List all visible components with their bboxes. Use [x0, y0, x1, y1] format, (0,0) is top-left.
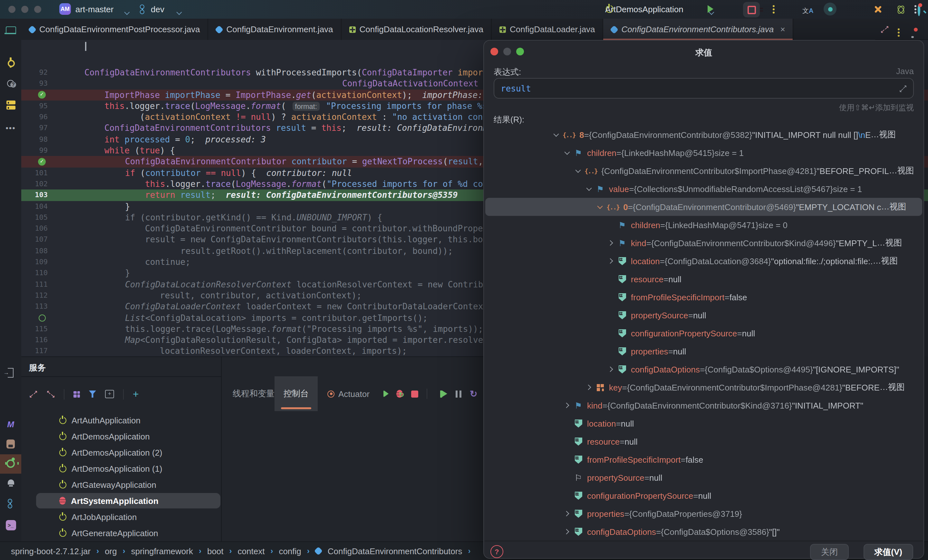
pause-icon[interactable]: [456, 390, 461, 397]
expander-closed-icon[interactable]: [608, 258, 614, 264]
pull-requests-icon[interactable]: [5, 80, 16, 87]
gutter[interactable]: 110: [21, 268, 64, 279]
terminal-icon[interactable]: >_: [5, 520, 16, 530]
structure-icon[interactable]: [5, 101, 16, 104]
maven-icon[interactable]: M: [5, 420, 16, 429]
gutter[interactable]: 102: [21, 179, 64, 190]
expander-closed-icon[interactable]: [564, 528, 570, 535]
breadcrumb-item[interactable]: springframework: [131, 546, 193, 556]
breadcrumb-item[interactable]: boot: [207, 546, 224, 556]
stop-button[interactable]: [743, 2, 760, 17]
tree-row[interactable]: {..}{ConfigDataEnvironmentContributor$Im…: [485, 162, 922, 180]
gutter[interactable]: 103: [21, 190, 64, 201]
expander-open-icon[interactable]: [564, 150, 570, 156]
window-minimize-button[interactable]: [21, 6, 28, 13]
tree-row[interactable]: resource = null: [485, 432, 922, 450]
run-config-selector[interactable]: ArtDemosApplication: [605, 5, 684, 14]
more-tool-windows-icon[interactable]: •••: [5, 124, 16, 133]
expander-closed-icon[interactable]: [586, 384, 592, 391]
gutter[interactable]: 98: [21, 134, 64, 145]
services-icon[interactable]: [5, 459, 16, 468]
settings-kebab-icon[interactable]: [914, 5, 916, 7]
tree-row[interactable]: ⚑kind = {ConfigDataEnvironmentContributo…: [485, 234, 922, 252]
stop-icon[interactable]: [411, 390, 418, 397]
breadcrumb-item[interactable]: ConfigDataEnvironmentContributors: [328, 546, 462, 556]
close-tab-icon[interactable]: ×: [780, 24, 785, 34]
gutter[interactable]: ✓: [21, 156, 64, 168]
gutter[interactable]: 97: [21, 123, 64, 134]
editor-tab[interactable]: ConfigDataEnvironment.java: [209, 19, 342, 40]
tree-row[interactable]: {..}0 = {ConfigDataEnvironmentContributo…: [485, 198, 922, 216]
gutter[interactable]: 95: [21, 101, 64, 112]
gutter[interactable]: ✓: [21, 89, 64, 101]
editor-options-icon[interactable]: [898, 28, 900, 30]
gutter[interactable]: 115: [21, 323, 64, 335]
tree-row[interactable]: ⚐propertySource = null: [485, 468, 922, 487]
remote-dev-icon[interactable]: [5, 26, 16, 34]
gutter[interactable]: 113: [21, 301, 64, 312]
gutter[interactable]: 112: [21, 290, 64, 301]
record-icon[interactable]: [824, 3, 836, 15]
tree-row[interactable]: {..}8 = {ConfigDataEnvironmentContributo…: [485, 126, 922, 144]
expander-closed-icon[interactable]: [564, 510, 570, 517]
gutter[interactable]: 92: [21, 67, 64, 78]
group-by-icon[interactable]: [73, 391, 80, 397]
breadcrumb-item[interactable]: config: [279, 546, 301, 556]
git-icon[interactable]: [5, 499, 16, 508]
resume-fast-icon[interactable]: [383, 391, 388, 397]
tree-row[interactable]: propertySource = null: [485, 306, 922, 324]
breakpoint-icon[interactable]: ✓: [38, 158, 46, 166]
tree-row[interactable]: properties = {ConfigDataProperties@3719}: [485, 505, 922, 523]
gutter[interactable]: 93: [21, 78, 64, 90]
tree-row[interactable]: resource = null: [485, 270, 922, 288]
tree-row[interactable]: ⚑value = {Collections$UnmodifiableRandom…: [485, 180, 922, 198]
resume-program-icon[interactable]: [442, 391, 447, 397]
gutter[interactable]: 117: [21, 346, 64, 356]
editor-tab[interactable]: ConfigDataLoader.java: [492, 19, 603, 40]
expander-open-icon[interactable]: [575, 168, 581, 174]
collapse-all-icon[interactable]: ↘↖: [46, 390, 55, 398]
editor-tab[interactable]: ConfigDataEnvironmentPostProcessor.java: [21, 19, 209, 40]
tab-threads-variables[interactable]: 线程和变量: [225, 376, 282, 411]
help-icon[interactable]: ?: [490, 545, 503, 558]
expand-input-icon[interactable]: ↗↙: [899, 84, 907, 92]
service-item[interactable]: ArtAuthApplication: [36, 412, 220, 428]
expander-open-icon[interactable]: [553, 131, 559, 138]
breadcrumb-item[interactable]: spring-boot-2.7.12.jar: [11, 546, 90, 556]
expander-closed-icon[interactable]: [608, 240, 614, 246]
tree-row[interactable]: properties = null: [485, 342, 922, 360]
branch-selector[interactable]: dev: [151, 5, 164, 14]
expander-closed-icon[interactable]: [564, 402, 570, 409]
gutter[interactable]: 111: [21, 279, 64, 290]
breakpoint-icon[interactable]: ✓: [38, 91, 46, 99]
tree-row[interactable]: location = {ConfigDataLocation@3684} "op…: [485, 252, 922, 270]
gutter[interactable]: 107: [21, 234, 64, 246]
gutter[interactable]: 104: [21, 201, 64, 212]
breadcrumb-item[interactable]: context: [238, 546, 265, 556]
expression-input[interactable]: result ↗↙: [494, 78, 914, 99]
service-item[interactable]: ArtDemosApplication: [36, 429, 220, 444]
run-button[interactable]: [708, 5, 713, 13]
breadcrumb-item[interactable]: org: [105, 546, 117, 556]
gutter[interactable]: 108: [21, 246, 64, 257]
gutter[interactable]: 109: [21, 256, 64, 268]
rerun-icon[interactable]: ↻: [470, 389, 477, 399]
translate-icon[interactable]: 文A: [802, 5, 813, 15]
run-tool-window-icon[interactable]: [5, 368, 16, 378]
tab-actuator[interactable]: Actuator: [320, 376, 377, 411]
gutter[interactable]: 101: [21, 167, 64, 179]
service-item[interactable]: ArtDemosApplication (1): [36, 461, 220, 476]
service-item[interactable]: ArtGatewayApplication: [36, 477, 220, 492]
expand-editor-icon[interactable]: ↗↙: [880, 25, 889, 33]
line-marker-icon[interactable]: [39, 314, 46, 322]
gutter[interactable]: [21, 312, 64, 323]
tree-row[interactable]: location = null: [485, 414, 922, 432]
tree-row[interactable]: fromProfileSpecificImport = false: [485, 450, 922, 468]
gutter[interactable]: 106: [21, 223, 64, 234]
tree-row[interactable]: configDataOptions = {ConfigData$Options@…: [485, 523, 922, 541]
expand-all-icon[interactable]: ↗↙: [29, 390, 37, 398]
problems-icon[interactable]: [5, 479, 16, 485]
evaluate-button[interactable]: 求值(V): [863, 544, 913, 560]
tree-row[interactable]: ⚑children = {LinkedHashMap@5471} size = …: [485, 216, 922, 234]
gutter[interactable]: 116: [21, 334, 64, 346]
